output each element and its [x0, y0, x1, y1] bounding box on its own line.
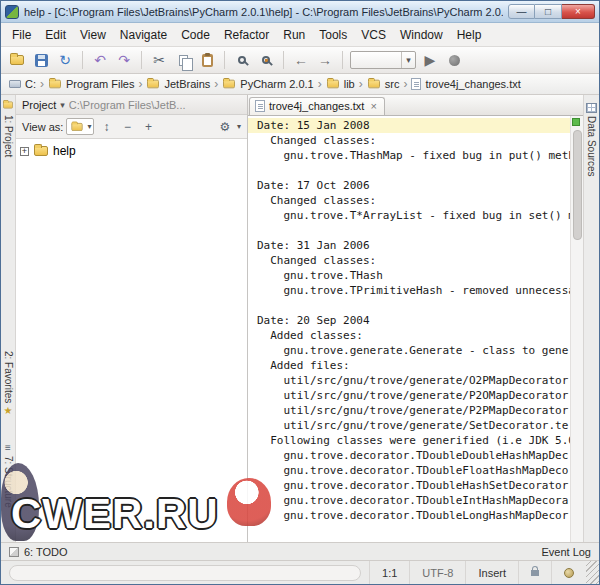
- redo-icon[interactable]: ↷: [114, 50, 134, 70]
- tree-item-help[interactable]: + help: [20, 144, 243, 158]
- editor-line[interactable]: Changed classes:: [248, 253, 570, 268]
- editor-line[interactable]: Date: 31 Jan 2006: [248, 238, 570, 253]
- main-area: 1: Project 2: Favorites ★ ≡ 7: Structure…: [1, 95, 599, 542]
- menu-item[interactable]: Navigate: [113, 25, 174, 45]
- menu-item[interactable]: File: [5, 25, 38, 45]
- debug-icon[interactable]: [444, 50, 464, 70]
- editor-line[interactable]: Following classes were generified (i.e J…: [248, 433, 570, 448]
- editor-line[interactable]: Date: 20 Sep 2004: [248, 313, 570, 328]
- editor-line[interactable]: gnu.trove.decorator.TDoubleFloatHashMapD…: [248, 463, 570, 478]
- chevron-down-icon[interactable]: ▾: [401, 52, 415, 68]
- project-panel-header[interactable]: Project ▾ C:\Program Files\JetB...: [16, 95, 247, 115]
- editor-line[interactable]: util/src/gnu/trove/generate/O2PMapDecora…: [248, 373, 570, 388]
- tool-button-todo[interactable]: 6: TODO: [24, 546, 68, 558]
- run-icon[interactable]: ▶: [420, 50, 440, 70]
- collapse-all-icon[interactable]: −: [118, 118, 136, 136]
- insert-mode-widget[interactable]: Insert: [465, 561, 518, 584]
- close-tab-icon[interactable]: ×: [370, 100, 376, 112]
- editor-tab[interactable]: trove4j_changes.txt ×: [249, 97, 385, 115]
- menu-item[interactable]: Tools: [312, 25, 354, 45]
- editor-line[interactable]: gnu.trove.decorator.TDoubleLongHashMapDe…: [248, 508, 570, 523]
- menu-item[interactable]: View: [73, 25, 113, 45]
- editor-line[interactable]: [248, 223, 570, 238]
- editor-line[interactable]: gnu.trove.THashMap - fixed bug in put() …: [248, 148, 570, 163]
- editor-line[interactable]: gnu.trove.TPrimitiveHash - removed unnec…: [248, 283, 570, 298]
- editor-line[interactable]: Date: 17 Oct 2006: [248, 178, 570, 193]
- open-folder-icon[interactable]: [7, 50, 27, 70]
- editor-line[interactable]: Date: 15 Jan 2008: [248, 118, 570, 133]
- editor-vertical-scrollbar[interactable]: [570, 116, 583, 542]
- title-bar[interactable]: help - [C:\Program Files\JetBrains\PyCha…: [1, 1, 599, 23]
- tool-button-event-log[interactable]: Event Log: [541, 546, 591, 558]
- editor-line[interactable]: gnu.trove.THash: [248, 268, 570, 283]
- breadcrumb-label: PyCharm 2.0.1: [240, 78, 313, 90]
- editor-line[interactable]: [248, 298, 570, 313]
- expand-toggle-icon[interactable]: +: [20, 147, 29, 156]
- project-tree: + help: [16, 139, 247, 542]
- autoscroll-icon[interactable]: ↕: [97, 118, 115, 136]
- menu-item[interactable]: Refactor: [217, 25, 276, 45]
- breadcrumb-item[interactable]: Program Files: [48, 78, 134, 90]
- copy-icon[interactable]: [173, 50, 193, 70]
- toolbar-separator: [283, 51, 284, 69]
- menu-item[interactable]: Window: [393, 25, 450, 45]
- cut-icon[interactable]: ✂: [149, 50, 169, 70]
- caret-position-widget[interactable]: 1:1: [369, 561, 409, 584]
- breadcrumb-item-drive[interactable]: C:: [9, 78, 36, 90]
- settings-gear-icon[interactable]: ⚙: [216, 118, 234, 136]
- editor-line[interactable]: util/src/gnu/trove/generate/SetDecorator…: [248, 418, 570, 433]
- editor-line[interactable]: gnu.trove.decorator.TDoubleIntHashMapDec…: [248, 493, 570, 508]
- inspections-widget[interactable]: [551, 561, 586, 584]
- tool-button-project[interactable]: 1: Project: [1, 100, 15, 157]
- breadcrumb-item[interactable]: lib: [326, 78, 355, 90]
- editor-line[interactable]: gnu.trove.decorator.TDoubleDoubleHashMap…: [248, 448, 570, 463]
- editor-line[interactable]: gnu.trove.decorator.TDoubleHashSetDecora…: [248, 478, 570, 493]
- editor-line[interactable]: [248, 163, 570, 178]
- chevron-down-icon[interactable]: ▾: [60, 100, 65, 110]
- editor-line[interactable]: gnu.trove.T*ArrayList - fixed bug in set…: [248, 208, 570, 223]
- minimize-button[interactable]: —: [508, 4, 535, 19]
- folder-icon: [148, 80, 160, 89]
- menu-item[interactable]: Code: [174, 25, 217, 45]
- save-all-icon[interactable]: [31, 50, 51, 70]
- editor-line[interactable]: util/src/gnu/trove/generate/P2PMapDecora…: [248, 403, 570, 418]
- editor-line[interactable]: util/src/gnu/trove/generate/P2OMapDecora…: [248, 388, 570, 403]
- paste-icon[interactable]: [197, 50, 217, 70]
- expand-all-icon[interactable]: +: [139, 118, 157, 136]
- chevron-down-icon[interactable]: ▾: [237, 122, 241, 131]
- breadcrumb-item[interactable]: PyCharm 2.0.1: [222, 78, 313, 90]
- undo-icon[interactable]: ↶: [90, 50, 110, 70]
- resize-grip[interactable]: [586, 561, 599, 584]
- tool-button-favorites[interactable]: 2: Favorites ★: [1, 351, 15, 416]
- menu-item[interactable]: VCS: [354, 25, 393, 45]
- tool-button-structure[interactable]: ≡ 7: Structure: [1, 443, 15, 508]
- encoding-widget[interactable]: UTF-8: [409, 561, 465, 584]
- editor-content[interactable]: Date: 15 Jan 2008 Changed classes: gnu.t…: [248, 116, 583, 542]
- breadcrumb-item[interactable]: JetBrains: [146, 78, 210, 90]
- menu-item[interactable]: Run: [276, 25, 312, 45]
- editor-line[interactable]: gnu.trove.generate.Generate - class to g…: [248, 343, 570, 358]
- scope-icon: [72, 123, 83, 131]
- maximize-button[interactable]: □: [535, 4, 562, 19]
- breadcrumb-item-file[interactable]: trove4j_changes.txt: [411, 78, 520, 90]
- editor-line[interactable]: Added classes:: [248, 328, 570, 343]
- menu-item[interactable]: Edit: [38, 25, 73, 45]
- lock-widget[interactable]: [518, 561, 551, 584]
- menu-item[interactable]: Help: [450, 25, 489, 45]
- editor-line[interactable]: Added files:: [248, 358, 570, 373]
- view-as-combo[interactable]: ▾: [66, 118, 94, 135]
- editor-line[interactable]: Changed classes:: [248, 133, 570, 148]
- editor-tab-bar: trove4j_changes.txt ×: [248, 95, 583, 116]
- synchronize-icon[interactable]: ↻: [55, 50, 75, 70]
- find-icon[interactable]: [232, 50, 252, 70]
- breadcrumb-item[interactable]: src: [367, 78, 400, 90]
- editor-line[interactable]: Changed classes:: [248, 193, 570, 208]
- right-tool-stripe: Data Sources: [583, 95, 599, 542]
- scrollbar-thumb[interactable]: [573, 130, 582, 240]
- tool-button-data-sources[interactable]: Data Sources: [584, 103, 599, 177]
- close-button[interactable]: ×: [562, 4, 595, 19]
- replace-icon[interactable]: [256, 50, 276, 70]
- back-icon[interactable]: ←: [291, 50, 311, 70]
- forward-icon[interactable]: →: [315, 50, 335, 70]
- run-config-combo[interactable]: ▾: [350, 51, 416, 69]
